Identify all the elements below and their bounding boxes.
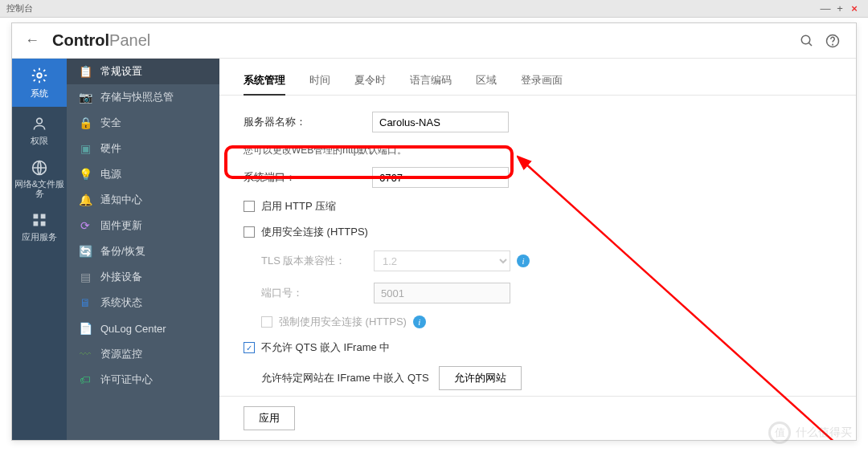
info-icon[interactable]: i — [413, 316, 426, 328]
sidebar-item-security[interactable]: 🔒安全 — [67, 110, 219, 136]
main-panel: 系统管理 时间 夏令时 语言编码 区域 登录画面 服务器名称： 您可以更改WEB… — [219, 59, 856, 440]
svg-point-3 — [833, 44, 833, 45]
sidebar-item-general[interactable]: 📋常规设置 — [67, 59, 219, 84]
clipboard-icon: 📋 — [78, 64, 92, 79]
system-port-label: 系统端口： — [244, 170, 372, 185]
help-text: 您可以更改WEB管理的http默认端口。 — [244, 144, 832, 157]
https-label: 使用安全连接 (HTTPS) — [261, 225, 368, 239]
svg-line-1 — [809, 43, 812, 46]
svg-rect-8 — [41, 214, 46, 218]
rail-item-permissions[interactable]: 权限 — [12, 107, 67, 155]
svg-point-0 — [801, 35, 810, 44]
rail-item-network[interactable]: 网络&文件服务 — [12, 155, 67, 203]
sync-icon: 🔄 — [78, 244, 92, 259]
https-port-input — [374, 283, 510, 303]
nav-rail: 系统 权限 网络&文件服务 应用服务 — [12, 59, 67, 440]
user-icon — [31, 116, 47, 132]
help-icon[interactable] — [822, 31, 843, 51]
cert-icon: 🏷 — [78, 373, 92, 387]
sidebar: 📋常规设置 📷存储与快照总管 🔒安全 ▣硬件 💡电源 🔔通知中心 ⟳固件更新 🔄… — [67, 59, 219, 440]
svg-rect-10 — [41, 221, 46, 226]
svg-point-4 — [37, 73, 42, 78]
iframe-deny-label: 不允许 QTS 嵌入 IFrame 中 — [261, 340, 390, 355]
grid-icon — [31, 212, 47, 228]
form: 服务器名称： 您可以更改WEB管理的http默认端口。 系统端口： 启用 HTT… — [219, 96, 856, 396]
sidebar-item-storage[interactable]: 📷存储与快照总管 — [67, 84, 219, 110]
iframe-allow-text: 允许特定网站在 IFrame 中嵌入 QTS — [261, 371, 429, 385]
rail-item-system[interactable]: 系统 — [12, 59, 67, 107]
footer: 应用 — [219, 396, 856, 440]
force-https-checkbox — [261, 316, 272, 328]
os-title: 控制台 — [6, 2, 33, 14]
log-icon: 📄 — [78, 321, 92, 336]
rail-item-apps[interactable]: 应用服务 — [12, 203, 67, 251]
http-compress-checkbox[interactable] — [244, 201, 255, 212]
svg-point-5 — [37, 118, 43, 124]
tls-label: TLS 版本兼容性： — [261, 254, 374, 268]
tab-region[interactable]: 区域 — [476, 67, 497, 95]
os-titlebar: 控制台 — + × — [0, 0, 868, 18]
sidebar-item-power[interactable]: 💡电源 — [67, 161, 219, 187]
sidebar-item-hardware[interactable]: ▣硬件 — [67, 136, 219, 161]
sidebar-item-backup[interactable]: 🔄备份/恢复 — [67, 238, 219, 264]
svg-rect-7 — [34, 214, 39, 218]
system-port-input[interactable] — [372, 167, 509, 188]
tabs: 系统管理 时间 夏令时 语言编码 区域 登录画面 — [219, 59, 856, 96]
maximize-button[interactable]: + — [833, 2, 847, 14]
chip-icon: ▣ — [78, 141, 92, 156]
sidebar-item-qulog[interactable]: 📄QuLog Center — [67, 316, 219, 341]
sidebar-item-resource[interactable]: 〰资源监控 — [67, 341, 219, 367]
sidebar-item-status[interactable]: 🖥系统状态 — [67, 290, 219, 316]
bulb-icon: 💡 — [78, 167, 92, 181]
monitor-icon: 🖥 — [78, 295, 92, 310]
iframe-allow-button[interactable]: 允许的网站 — [439, 366, 522, 390]
tab-time[interactable]: 时间 — [309, 67, 330, 95]
lock-icon: 🔒 — [78, 116, 92, 130]
refresh-icon: ⟳ — [78, 218, 92, 233]
tls-select: 1.2 — [374, 250, 510, 271]
https-port-label: 端口号： — [261, 286, 374, 300]
app-header: ← Control Panel — [12, 23, 856, 59]
minimize-button[interactable]: — — [818, 2, 833, 14]
tab-login[interactable]: 登录画面 — [521, 67, 563, 95]
tab-lang[interactable]: 语言编码 — [410, 67, 452, 95]
sidebar-item-firmware[interactable]: ⟳固件更新 — [67, 213, 219, 238]
tab-dst[interactable]: 夏令时 — [354, 67, 386, 95]
http-compress-label: 启用 HTTP 压缩 — [261, 199, 336, 214]
sidebar-item-notification[interactable]: 🔔通知中心 — [67, 187, 219, 213]
search-icon[interactable] — [796, 31, 817, 51]
globe-icon — [31, 160, 47, 176]
wave-icon: 〰 — [78, 347, 92, 361]
force-https-label: 强制使用安全连接 (HTTPS) — [279, 315, 407, 329]
back-button[interactable]: ← — [25, 32, 39, 49]
apply-button[interactable]: 应用 — [244, 406, 295, 430]
bell-icon: 🔔 — [78, 193, 92, 207]
app-title-light: Panel — [109, 31, 150, 50]
app-window: ← Control Panel 系统 权限 网络&文件服务 — [11, 22, 857, 441]
camera-icon: 📷 — [78, 90, 92, 104]
server-name-label: 服务器名称： — [244, 115, 372, 129]
https-checkbox[interactable] — [244, 226, 255, 238]
sidebar-item-external[interactable]: ▤外接设备 — [67, 264, 219, 290]
gear-icon — [31, 67, 48, 84]
tab-system-admin[interactable]: 系统管理 — [244, 67, 285, 96]
app-title-bold: Control — [52, 31, 109, 50]
server-name-input[interactable] — [372, 112, 509, 132]
iframe-deny-checkbox[interactable]: ✓ — [244, 342, 255, 353]
usb-icon: ▤ — [78, 270, 92, 284]
sidebar-item-license[interactable]: 🏷许可证中心 — [67, 367, 219, 393]
info-icon[interactable]: i — [517, 255, 530, 267]
close-button[interactable]: × — [847, 2, 862, 14]
svg-rect-9 — [34, 221, 39, 226]
